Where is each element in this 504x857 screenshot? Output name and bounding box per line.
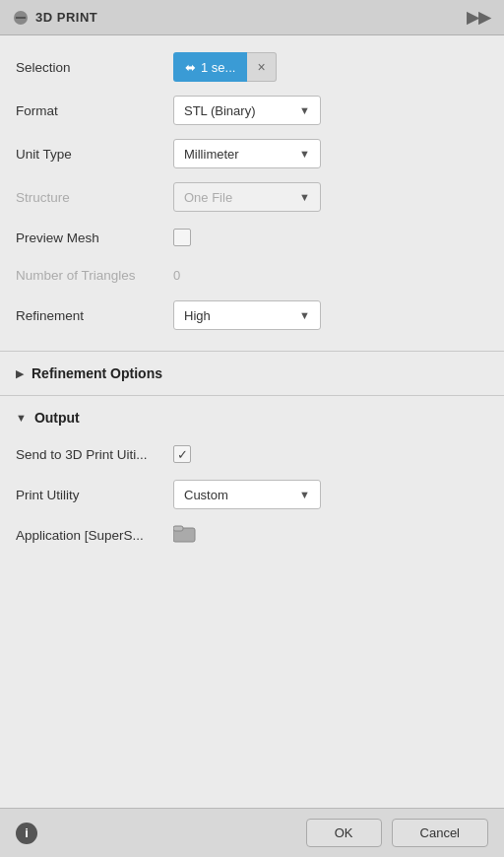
refinement-options-title: Refinement Options [32,365,162,381]
preview-mesh-row: Preview Mesh [16,219,488,256]
divider-1 [0,351,504,352]
triangles-control: 0 [173,268,488,283]
structure-dropdown[interactable]: One File ▼ [173,182,321,212]
cursor-icon: ⬌ [185,60,196,75]
selection-button[interactable]: ⬌ 1 se... [173,52,247,82]
unit-type-dropdown[interactable]: Millimeter ▼ [173,139,321,168]
refinement-options-triangle-icon: ▶ [16,367,24,380]
main-content: Selection ⬌ 1 se... × Format STL (Binary… [0,35,504,808]
print-utility-row: Print Utility Custom ▼ [16,473,488,516]
selection-value: 1 se... [201,60,235,75]
refinement-dropdown-arrow: ▼ [299,309,310,321]
unit-type-control: Millimeter ▼ [173,139,488,168]
structure-value: One File [184,190,232,205]
bottom-bar: i OK Cancel [0,808,504,857]
format-control: STL (Binary) ▼ [173,96,488,125]
unit-type-row: Unit Type Millimeter ▼ [16,132,488,175]
output-section: Send to 3D Print Uiti... Print Utility C… [0,435,504,555]
unit-type-value: Millimeter [184,147,239,162]
refinement-label: Refinement [16,308,173,323]
title-bar: 3D PRINT ▶▶ [0,0,504,35]
selection-clear-button[interactable]: × [247,52,276,82]
ok-button[interactable]: OK [306,819,382,847]
print-utility-value: Custom [184,488,228,502]
folder-icon[interactable] [173,523,197,548]
structure-dropdown-arrow: ▼ [299,191,310,203]
svg-rect-2 [173,526,183,531]
svg-rect-0 [16,17,26,19]
selection-label: Selection [16,60,173,75]
unit-type-label: Unit Type [16,147,173,162]
triangles-value: 0 [173,268,180,283]
divider-2 [0,395,504,396]
format-row: Format STL (Binary) ▼ [16,89,488,132]
window-title: 3D PRINT [35,10,97,25]
application-row: Application [SuperS... [16,516,488,555]
output-header[interactable]: ▼ Output [0,400,504,435]
print-utility-dropdown[interactable]: Custom ▼ [173,480,321,509]
cancel-button[interactable]: Cancel [392,819,488,847]
unit-type-dropdown-arrow: ▼ [299,148,310,160]
triangles-row: Number of Triangles 0 [16,256,488,294]
print-utility-label: Print Utility [16,488,173,502]
title-bar-left: 3D PRINT [14,10,97,25]
send-to-print-checkbox[interactable] [173,445,191,463]
selection-control: ⬌ 1 se... × [173,52,488,82]
application-label: Application [SuperS... [16,528,173,543]
structure-label: Structure [16,190,173,205]
info-button[interactable]: i [16,823,37,844]
format-dropdown[interactable]: STL (Binary) ▼ [173,96,321,125]
format-value: STL (Binary) [184,103,255,118]
refinement-control: High ▼ [173,300,488,330]
preview-mesh-checkbox[interactable] [173,229,191,246]
preview-mesh-label: Preview Mesh [16,231,173,245]
send-to-print-row: Send to 3D Print Uiti... [16,435,488,473]
triangles-label: Number of Triangles [16,268,173,283]
print-utility-control: Custom ▼ [173,480,488,509]
form-section: Selection ⬌ 1 se... × Format STL (Binary… [0,35,504,347]
output-title: Output [34,410,80,426]
format-dropdown-arrow: ▼ [299,104,310,116]
forward-arrows-icon[interactable]: ▶▶ [467,8,490,27]
output-triangle-icon: ▼ [16,412,27,424]
send-to-print-control [173,445,488,463]
refinement-dropdown[interactable]: High ▼ [173,300,321,330]
refinement-value: High [184,308,211,323]
structure-control: One File ▼ [173,182,488,212]
print-utility-dropdown-arrow: ▼ [299,489,310,500]
send-to-print-label: Send to 3D Print Uiti... [16,447,173,462]
minus-icon [14,11,28,25]
format-label: Format [16,103,173,118]
preview-mesh-control [173,229,488,246]
bottom-buttons: OK Cancel [306,819,488,847]
selection-row: Selection ⬌ 1 se... × [16,45,488,89]
structure-row: Structure One File ▼ [16,175,488,219]
refinement-row: Refinement High ▼ [16,294,488,337]
application-control [173,523,488,548]
refinement-options-header[interactable]: ▶ Refinement Options [0,356,504,391]
